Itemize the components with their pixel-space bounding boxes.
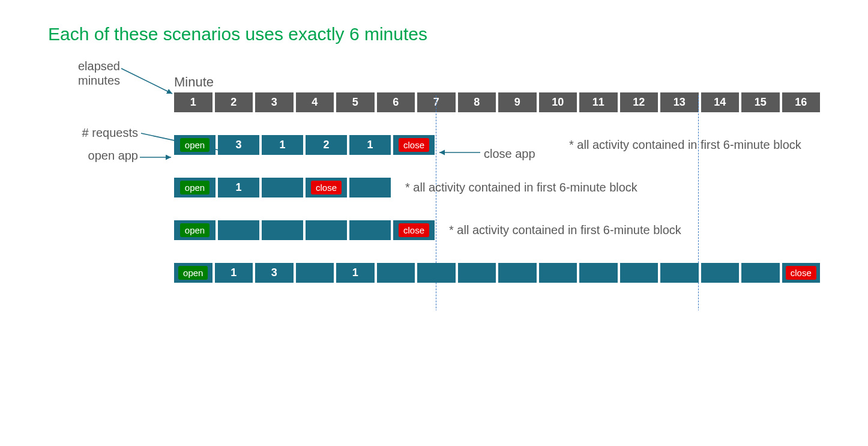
scenario-cell: 1 xyxy=(215,263,253,283)
header-cell: 15 xyxy=(741,92,780,112)
open-pill: open xyxy=(178,266,208,280)
label-requests: # requests xyxy=(48,126,138,140)
open-pill: open xyxy=(180,223,209,237)
scenario-cell xyxy=(296,263,334,283)
scenario-cell: open xyxy=(174,263,212,283)
scenario-note: * all activity contained in first 6-minu… xyxy=(569,138,801,152)
scenario-cell xyxy=(377,263,415,283)
scenario-cell xyxy=(458,263,496,283)
scenario-cell: 1 xyxy=(336,263,375,283)
page-title: Each of these scenarios uses exactly 6 m… xyxy=(48,24,820,44)
scenario-cell: 1 xyxy=(262,135,303,155)
scenario-cell: close xyxy=(782,263,821,283)
scenario-cell xyxy=(349,220,391,240)
label-elapsed: elapsed minutes xyxy=(48,59,120,88)
header-cell: 8 xyxy=(458,92,496,112)
scenario-cell xyxy=(579,263,618,283)
header-cell: 14 xyxy=(701,92,740,112)
scenario-cell xyxy=(741,263,780,283)
scenario-cell: 3 xyxy=(255,263,294,283)
scenario-cell: 1 xyxy=(218,178,259,197)
scenario-cell: close xyxy=(393,220,435,240)
scenario-cell xyxy=(660,263,699,283)
label-close-app: close app xyxy=(484,147,535,161)
label-open-app: open app xyxy=(48,149,138,163)
header-cell: 5 xyxy=(336,92,375,112)
header-cell: 16 xyxy=(782,92,821,112)
header-cell: 12 xyxy=(620,92,659,112)
scenario-cell: open xyxy=(174,220,215,240)
header-cell: 6 xyxy=(377,92,415,112)
open-pill: open xyxy=(180,138,209,152)
close-pill: close xyxy=(399,138,429,152)
scenario-row: open1close* all activity contained in fi… xyxy=(174,178,820,197)
scenario-cell: close xyxy=(306,178,347,197)
scenario-cell xyxy=(539,263,577,283)
header-cell: 10 xyxy=(539,92,577,112)
scenario-cell: 2 xyxy=(306,135,347,155)
timeline-header: 12345678910111213141516 xyxy=(174,92,820,112)
header-cell: 2 xyxy=(215,92,253,112)
close-pill: close xyxy=(786,266,816,280)
header-cell: 13 xyxy=(660,92,699,112)
scenario-cell xyxy=(620,263,659,283)
scenario-note: * all activity contained in first 6-minu… xyxy=(405,181,637,194)
header-cell: 9 xyxy=(498,92,537,112)
scenario-cell xyxy=(218,220,259,240)
scenario-cell xyxy=(262,220,303,240)
scenario-note: * all activity contained in first 6-minu… xyxy=(449,223,681,237)
close-pill: close xyxy=(311,181,342,194)
header-cell: 1 xyxy=(174,92,212,112)
scenario-cell xyxy=(498,263,537,283)
arrow-open-app xyxy=(140,151,176,163)
scenario-cell: close xyxy=(393,135,435,155)
scenario-cell xyxy=(701,263,740,283)
scenario-cell: open xyxy=(174,135,215,155)
diagram: elapsed minutes # requests open app Minu… xyxy=(48,74,820,283)
minute-label: Minute xyxy=(174,74,820,90)
scenario-cell: 1 xyxy=(349,135,391,155)
open-pill: open xyxy=(180,181,209,194)
scenario-cell xyxy=(417,263,456,283)
timeline-area: Minute 12345678910111213141516 open3121c… xyxy=(174,74,820,283)
header-cell: 4 xyxy=(296,92,334,112)
scenario-cell xyxy=(349,178,391,197)
scenario-cell xyxy=(262,178,303,197)
scenario-row: openclose* all activity contained in fir… xyxy=(174,220,820,240)
header-cell: 3 xyxy=(255,92,294,112)
scenario-cell: 3 xyxy=(218,135,259,155)
header-cell: 11 xyxy=(579,92,618,112)
svg-line-0 xyxy=(121,68,172,94)
close-pill: close xyxy=(399,223,429,237)
scenario-row: open131close xyxy=(174,263,820,283)
arrow-elapsed xyxy=(121,68,178,98)
scenario-cell xyxy=(306,220,347,240)
scenario-cell: open xyxy=(174,178,215,197)
